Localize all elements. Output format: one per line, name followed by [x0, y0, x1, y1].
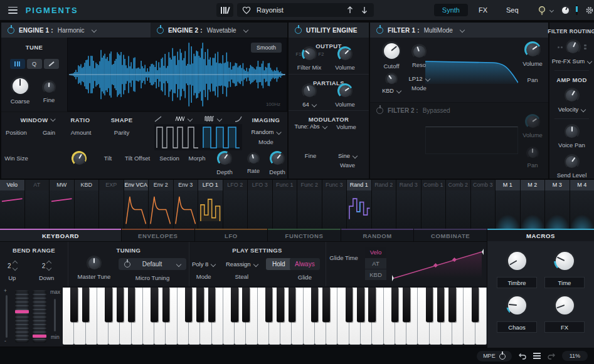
master-tune-knob[interactable]: [87, 256, 102, 271]
tab-keyboard[interactable]: KEYBOARD: [0, 229, 121, 241]
filter2-pan-knob[interactable]: [526, 147, 539, 159]
wheel-range-slider[interactable]: [54, 299, 56, 331]
macro-fx-knob[interactable]: [554, 294, 575, 316]
window-chevron[interactable]: [50, 117, 55, 122]
filter1-mode-select[interactable]: LP12: [408, 75, 429, 82]
curve-icon[interactable]: [235, 116, 242, 122]
piano-black-key[interactable]: [277, 288, 284, 322]
macro-time-knob[interactable]: [554, 250, 575, 271]
mod-slot-lfo-1[interactable]: LFO 1: [198, 180, 223, 229]
piano-keyboard[interactable]: [63, 286, 487, 346]
piano-black-key[interactable]: [231, 288, 238, 322]
routing-mode-select[interactable]: Pre-FX Sum: [552, 58, 591, 65]
settings-gear-icon[interactable]: [585, 6, 594, 15]
main-menu-icon[interactable]: [8, 7, 18, 14]
piano-black-key[interactable]: [265, 288, 272, 322]
engine2-tab[interactable]: ENGINE 2 : Wavetable: [151, 23, 287, 38]
tab-macros[interactable]: MACROS: [487, 229, 594, 241]
mod-slot-mw[interactable]: MW: [50, 180, 74, 229]
history-list-icon[interactable]: [533, 353, 541, 359]
mod-slot-at[interactable]: AT: [25, 180, 50, 229]
macro-chaos-knob[interactable]: [506, 294, 528, 316]
engine2-power-icon[interactable]: [157, 27, 164, 34]
modulator-wave-select[interactable]: Sine: [338, 152, 357, 159]
tab-fx[interactable]: FX: [470, 4, 496, 16]
macro-timbre-knob[interactable]: [506, 250, 528, 271]
piano-black-key[interactable]: [472, 288, 479, 322]
tab-envelopes[interactable]: ENVELOPES: [122, 229, 194, 241]
filter-mix-knob[interactable]: [302, 46, 317, 61]
piano-black-key[interactable]: [346, 288, 353, 322]
shape-wave-select[interactable]: [175, 116, 192, 122]
piano-black-key[interactable]: [437, 288, 444, 322]
shape-depth-knob[interactable]: [217, 151, 232, 166]
next-preset-icon[interactable]: [360, 6, 369, 14]
tab-combinate[interactable]: COMBINATE: [414, 229, 487, 241]
filter-routing-knob[interactable]: [566, 39, 581, 55]
piano-black-key[interactable]: [289, 288, 295, 322]
mod-slot-env-2[interactable]: Env 2: [149, 180, 173, 229]
reso-knob[interactable]: [411, 44, 427, 59]
mod-slot-comb-3[interactable]: Comb 3: [471, 180, 496, 229]
piano-black-key[interactable]: [208, 288, 215, 322]
piano-black-key[interactable]: [117, 288, 124, 322]
filter2-power-icon[interactable]: [376, 107, 383, 114]
tune-keyboard-mode-button[interactable]: [10, 59, 25, 69]
partials-knob[interactable]: [302, 83, 317, 98]
tab-random[interactable]: RANDOM: [341, 229, 414, 241]
piano-black-key[interactable]: [448, 288, 455, 322]
tune-quantize-button[interactable]: Q: [27, 59, 42, 69]
tab-functions[interactable]: FUNCTIONS: [268, 229, 341, 241]
piano-black-key[interactable]: [82, 288, 89, 322]
mod-slot-m-3[interactable]: M 3: [545, 180, 570, 229]
fine-knob[interactable]: [42, 80, 56, 94]
piano-black-key[interactable]: [105, 288, 112, 322]
smooth-button[interactable]: Smooth: [251, 43, 282, 53]
curve-tab-at[interactable]: AT: [365, 258, 386, 269]
mod-slot-exp[interactable]: EXP: [99, 180, 124, 229]
utility-power-icon[interactable]: [295, 27, 302, 34]
piano-black-key[interactable]: [322, 288, 329, 322]
mod-slot-lfo-2[interactable]: LFO 2: [223, 180, 248, 229]
mod-slot-func-1[interactable]: Func 1: [273, 180, 297, 229]
imaging-depth-knob[interactable]: [270, 151, 285, 166]
filter1-type-chevron[interactable]: [460, 28, 465, 33]
piano-black-key[interactable]: [185, 288, 192, 322]
filter1-volume-knob[interactable]: [524, 41, 541, 58]
utility-output-volume-knob[interactable]: [337, 46, 353, 61]
send-level-knob[interactable]: [565, 154, 580, 169]
mod-slot-env-vca[interactable]: Env VCA: [124, 180, 149, 229]
bend-down-stepper[interactable]: 2: [42, 261, 51, 270]
mod-wheel[interactable]: [33, 290, 46, 343]
piano-black-key[interactable]: [70, 288, 77, 322]
redo-icon[interactable]: [547, 352, 556, 360]
engine1-type-chevron[interactable]: [91, 28, 96, 33]
piano-black-key[interactable]: [403, 288, 410, 322]
piano-black-key[interactable]: [391, 288, 398, 322]
mod-slot-env-3[interactable]: Env 3: [174, 180, 198, 229]
curve-tab-kbd[interactable]: KBD: [365, 269, 386, 280]
shape-pulse-select[interactable]: [204, 116, 221, 122]
mod-slot-m-4[interactable]: M 4: [570, 180, 594, 229]
mod-slot-kbd[interactable]: KBD: [75, 180, 99, 229]
micro-tuning-select[interactable]: Default: [119, 258, 186, 270]
ratio-fine-knob[interactable]: [72, 151, 87, 166]
hold-button[interactable]: Hold: [266, 258, 292, 270]
ramp-icon[interactable]: [154, 116, 162, 122]
steal-mode-select[interactable]: Reassign: [226, 261, 258, 268]
mod-slot-comb-2[interactable]: Comb 2: [446, 180, 470, 229]
engine1-power-icon[interactable]: [8, 27, 14, 34]
library-button[interactable]: [216, 3, 234, 17]
mod-slot-func-3[interactable]: Func 3: [322, 180, 347, 229]
zoom-level[interactable]: 11%: [562, 351, 588, 361]
tab-lfo[interactable]: LFO: [195, 229, 268, 241]
piano-black-key[interactable]: [196, 288, 203, 322]
mpe-button[interactable]: MPE: [477, 351, 512, 361]
piano-black-key[interactable]: [426, 288, 433, 322]
filter2-volume-knob[interactable]: [525, 114, 540, 129]
previous-preset-icon[interactable]: [346, 6, 354, 14]
sound-design-tips-button[interactable]: [537, 5, 553, 16]
filter1-tab[interactable]: FILTER 1 : MultiMode: [370, 23, 548, 38]
mod-slot-lfo-3[interactable]: LFO 3: [248, 180, 272, 229]
piano-black-key[interactable]: [128, 288, 135, 322]
